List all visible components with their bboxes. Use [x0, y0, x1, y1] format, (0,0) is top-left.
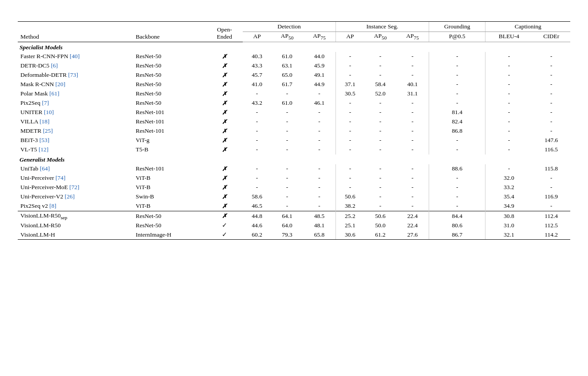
col-header-backbone: Backbone [133, 22, 206, 42]
cell-det_ap: 58.6 [243, 192, 271, 202]
cell-det_ap50: - [271, 183, 303, 192]
cell-det_ap75: - [303, 89, 335, 99]
cell-method: Mask R-CNN [20] [18, 80, 133, 89]
cell-seg_ap: 50.6 [335, 192, 364, 202]
cell-det_ap75: 44.0 [303, 52, 335, 61]
cell-seg_ap50: - [364, 108, 396, 117]
cell-open-ended: ✗ [206, 89, 243, 99]
cell-method: Polar Mask [61] [18, 89, 133, 99]
cell-seg_ap: 25.1 [335, 221, 364, 230]
table-row: Uni-Perceiver-V2 [26]Swin-B✗58.6--50.6--… [18, 192, 570, 202]
cell-open-ended: ✗ [206, 52, 243, 61]
cell-grounding: - [429, 192, 485, 202]
cell-bleu4: - [485, 145, 532, 154]
cell-cider: - [532, 80, 570, 89]
cell-seg_ap75: - [396, 136, 429, 145]
cell-grounding: 80.6 [429, 221, 485, 230]
cell-grounding: 86.7 [429, 230, 485, 240]
cell-cider: 116.5 [532, 145, 570, 154]
cell-open-ended: ✗ [206, 80, 243, 89]
cell-det_ap50: 64.0 [271, 221, 303, 230]
cell-bleu4: 30.8 [485, 211, 532, 221]
cell-seg_ap75: - [396, 174, 429, 183]
cell-grounding: - [429, 183, 485, 192]
cell-cider: - [532, 202, 570, 211]
cell-det_ap75: - [303, 136, 335, 145]
cell-seg_ap50: - [364, 127, 396, 136]
cell-seg_ap50: - [364, 52, 396, 61]
cell-seg_ap50: 61.2 [364, 230, 396, 240]
cell-grounding: - [429, 99, 485, 108]
cell-seg_ap50: - [364, 192, 396, 202]
table-row: Faster R-CNN-FPN [40]ResNet-50✗40.361.04… [18, 52, 570, 61]
table-row: VL-T5 [12]T5-B✗--------116.5 [18, 145, 570, 154]
cell-seg_ap50: 50.0 [364, 221, 396, 230]
cell-bleu4: - [485, 80, 532, 89]
cell-det_ap50: - [271, 145, 303, 154]
cell-bleu4: 31.0 [485, 221, 532, 230]
cell-bleu4: - [485, 164, 532, 174]
cell-backbone: T5-B [133, 145, 206, 154]
cell-open-ended: ✗ [206, 192, 243, 202]
cell-method: Pix2Seq [7] [18, 99, 133, 108]
cell-seg_ap: - [335, 145, 364, 154]
table-row: VisionLLM-R50ResNet-50✓44.664.048.125.15… [18, 221, 570, 230]
table-row: VisionLLM-R50sepResNet-50✗44.864.148.525… [18, 211, 570, 221]
cell-det_ap75: - [303, 183, 335, 192]
cell-seg_ap75: - [396, 145, 429, 154]
cell-backbone: ResNet-50 [133, 80, 206, 89]
cell-seg_ap50: - [364, 164, 396, 174]
cell-cider: - [532, 71, 570, 80]
cell-backbone: ResNet-101 [133, 117, 206, 127]
cell-open-ended: ✗ [206, 136, 243, 145]
cell-seg_ap50: - [364, 61, 396, 71]
col-header-det-ap50: AP50 [271, 32, 303, 42]
cell-open-ended: ✗ [206, 183, 243, 192]
cell-det_ap: - [243, 174, 271, 183]
cell-method: Faster R-CNN-FPN [40] [18, 52, 133, 61]
cell-seg_ap50: - [364, 202, 396, 211]
cell-det_ap: - [243, 164, 271, 174]
cell-backbone: ResNet-50 [133, 99, 206, 108]
cell-open-ended: ✓ [206, 221, 243, 230]
cell-seg_ap75: - [396, 183, 429, 192]
cell-det_ap: 45.7 [243, 71, 271, 80]
cell-seg_ap: 25.2 [335, 211, 364, 221]
cell-open-ended: ✗ [206, 211, 243, 221]
cell-det_ap50: 64.1 [271, 211, 303, 221]
cell-method: VILLA [18] [18, 117, 133, 127]
cell-grounding: 86.8 [429, 127, 485, 136]
cell-det_ap50: - [271, 127, 303, 136]
cell-backbone: ResNet-101 [133, 164, 206, 174]
cell-det_ap50: 61.0 [271, 52, 303, 61]
cell-cider: - [532, 117, 570, 127]
cell-det_ap75: - [303, 108, 335, 117]
cell-seg_ap: 30.5 [335, 89, 364, 99]
cell-bleu4: - [485, 117, 532, 127]
cell-det_ap75: 45.9 [303, 61, 335, 71]
table-header-row-1: Method Backbone Open-Ended Detection Ins… [18, 22, 570, 32]
cell-seg_ap: - [335, 127, 364, 136]
cell-bleu4: - [485, 71, 532, 80]
col-header-grounding: Grounding [429, 22, 485, 32]
table-row: VILLA [18]ResNet-101✗------82.4-- [18, 117, 570, 127]
cell-bleu4: 32.1 [485, 230, 532, 240]
cell-method: Pix2Seq v2 [8] [18, 202, 133, 211]
cell-seg_ap: - [335, 99, 364, 108]
col-header-method: Method [18, 22, 133, 42]
cell-seg_ap50: 52.0 [364, 89, 396, 99]
cell-backbone: ViT-B [133, 183, 206, 192]
cell-grounding: 84.4 [429, 211, 485, 221]
cell-det_ap: - [243, 117, 271, 127]
cell-det_ap: 44.8 [243, 211, 271, 221]
cell-seg_ap75: 27.6 [396, 230, 429, 240]
table-row: Uni-Perceiver-MoE [72]ViT-B✗-------33.2- [18, 183, 570, 192]
cell-open-ended: ✗ [206, 61, 243, 71]
col-header-grounding-p: P@0.5 [429, 32, 485, 42]
cell-method: UniTab [64] [18, 164, 133, 174]
cell-bleu4: - [485, 127, 532, 136]
col-header-bleu4: BLEU-4 [485, 32, 532, 42]
table-row: Mask R-CNN [20]ResNet-50✗41.061.744.937.… [18, 80, 570, 89]
cell-open-ended: ✗ [206, 145, 243, 154]
cell-det_ap: - [243, 183, 271, 192]
